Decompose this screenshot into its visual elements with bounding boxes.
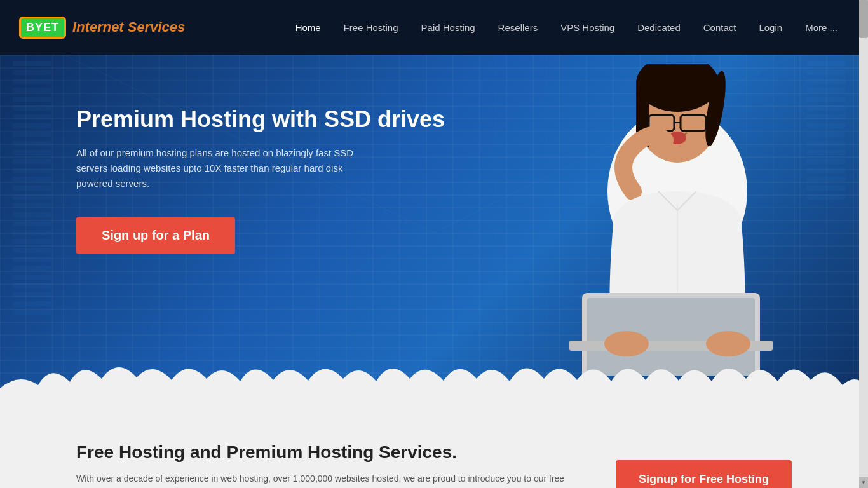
nav-contact[interactable]: Contact	[692, 0, 748, 55]
hero-section: Premium Hosting with SSD drives All of o…	[0, 55, 868, 410]
hero-person-svg	[512, 64, 830, 376]
svg-rect-11	[13, 150, 51, 155]
nav-free-hosting[interactable]: Free Hosting	[332, 0, 410, 55]
hero-title: Premium Hosting with SSD drives	[76, 105, 445, 133]
svg-rect-21	[13, 239, 51, 244]
cloud-divider	[0, 353, 868, 410]
svg-rect-19	[13, 221, 51, 226]
svg-rect-3	[13, 79, 51, 84]
nav-vps-hosting[interactable]: VPS Hosting	[549, 0, 626, 55]
svg-rect-9	[13, 132, 51, 137]
lower-description: With over a decade of experience in web …	[76, 471, 590, 488]
navbar: BYET Internet Services Home Free Hosting…	[0, 0, 868, 55]
svg-rect-8	[13, 123, 51, 128]
svg-rect-27	[13, 292, 51, 297]
svg-rect-10	[13, 141, 51, 146]
svg-rect-6	[13, 105, 51, 111]
brand-name: Internet Services	[72, 19, 185, 36]
svg-point-69	[706, 331, 750, 356]
scroll-down-arrow[interactable]: ▼	[859, 477, 868, 488]
svg-rect-17	[13, 203, 51, 208]
hero-description: All of our premium hosting plans are hos…	[76, 146, 369, 191]
hero-content: Premium Hosting with SSD drives All of o…	[76, 105, 445, 254]
nav-home[interactable]: Home	[284, 0, 332, 55]
lower-section: Free Hosting and Premium Hosting Service…	[0, 410, 868, 488]
svg-rect-23	[13, 257, 51, 262]
svg-rect-7	[13, 114, 51, 119]
nav-links: Home Free Hosting Paid Hosting Resellers…	[223, 0, 849, 55]
svg-rect-16	[13, 194, 51, 200]
logo-badge: BYET	[19, 17, 66, 39]
svg-rect-25	[13, 274, 51, 280]
svg-rect-20	[13, 230, 51, 235]
svg-rect-4	[13, 88, 51, 93]
logo-link[interactable]: BYET Internet Services	[19, 17, 185, 39]
svg-rect-18	[13, 212, 51, 217]
nav-more[interactable]: More ...	[794, 0, 849, 55]
lower-title: Free Hosting and Premium Hosting Service…	[76, 442, 590, 463]
svg-rect-24	[13, 266, 51, 271]
svg-rect-5	[13, 97, 51, 102]
svg-rect-1	[13, 61, 51, 66]
svg-rect-28	[13, 301, 51, 306]
free-hosting-button[interactable]: Signup for Free Hosting	[616, 460, 792, 488]
svg-rect-12	[13, 159, 51, 164]
nav-login[interactable]: Login	[747, 0, 794, 55]
scroll-thumb[interactable]	[859, 0, 868, 38]
svg-rect-26	[13, 283, 51, 288]
svg-rect-29	[13, 310, 51, 315]
svg-rect-2	[13, 70, 51, 75]
svg-rect-15	[13, 186, 51, 191]
svg-rect-14	[13, 177, 51, 182]
svg-rect-22	[13, 248, 51, 253]
lower-text-area: Free Hosting and Premium Hosting Service…	[76, 442, 590, 488]
svg-rect-13	[13, 168, 51, 173]
scrollbar[interactable]: ▲ ▼	[859, 0, 868, 488]
nav-resellers[interactable]: Resellers	[487, 0, 550, 55]
svg-point-68	[604, 331, 649, 356]
signup-plan-button[interactable]: Sign up for a Plan	[76, 217, 235, 254]
nav-dedicated[interactable]: Dedicated	[626, 0, 692, 55]
nav-paid-hosting[interactable]: Paid Hosting	[410, 0, 487, 55]
